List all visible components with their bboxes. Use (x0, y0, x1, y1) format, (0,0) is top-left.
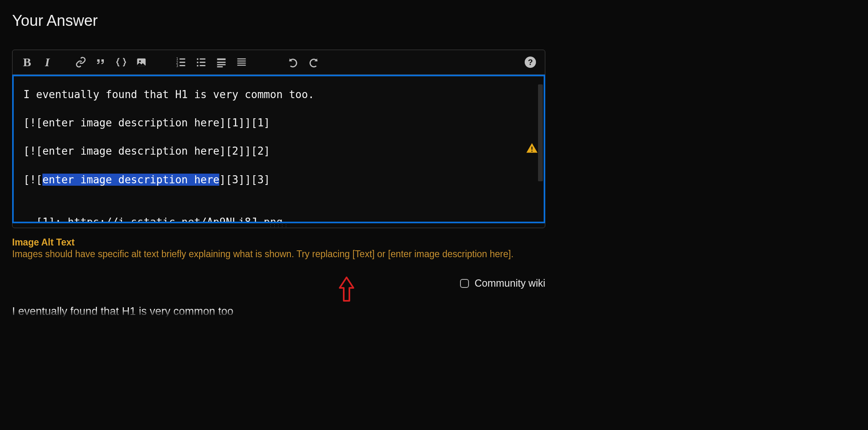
svg-text:3: 3 (176, 64, 178, 68)
editor-body-container: I eventually found that H1 is very commo… (12, 75, 545, 223)
svg-point-1 (139, 60, 141, 62)
editor-textarea[interactable]: I eventually found that H1 is very commo… (14, 76, 544, 222)
svg-rect-19 (237, 61, 246, 61)
svg-rect-6 (180, 62, 185, 63)
redo-button[interactable] (307, 56, 320, 69)
svg-rect-9 (197, 62, 199, 63)
editor-line: [![enter image description here][1]][1] (23, 117, 270, 129)
svg-rect-23 (532, 151, 533, 152)
svg-rect-11 (200, 59, 206, 60)
svg-rect-14 (217, 59, 226, 60)
link-button[interactable] (74, 56, 87, 69)
editor-line-part: ][3]][3] (219, 174, 270, 186)
svg-rect-7 (180, 65, 185, 66)
answer-editor: B I 123 (12, 50, 545, 228)
editor-toolbar: B I 123 (13, 50, 545, 75)
editor-selection: enter image description here (42, 174, 219, 186)
preview-text: I eventually found that H1 is very commo… (12, 305, 545, 318)
svg-rect-15 (217, 62, 226, 63)
editor-line-part: [![ (23, 174, 42, 186)
svg-rect-22 (532, 147, 533, 150)
svg-rect-13 (200, 65, 206, 66)
heading-button[interactable] (215, 56, 228, 69)
code-button[interactable] (115, 56, 128, 69)
quote-button[interactable] (95, 56, 107, 69)
checkbox-box (460, 279, 469, 288)
warning-icon[interactable] (526, 142, 538, 156)
image-button[interactable] (135, 56, 148, 69)
hint-title: Image Alt Text (12, 237, 545, 248)
annotation-arrow (337, 276, 356, 305)
editor-line: [![enter image description here][2]][2] (23, 145, 270, 157)
svg-rect-10 (197, 65, 199, 67)
bold-button[interactable]: B (21, 56, 34, 69)
italic-button[interactable]: I (41, 56, 54, 69)
svg-rect-5 (180, 59, 185, 60)
help-icon: ? (525, 57, 536, 68)
svg-rect-20 (237, 63, 246, 63)
scrollbar-thumb[interactable] (538, 84, 543, 181)
help-button[interactable]: ? (524, 56, 537, 69)
hint-body: Images should have specific alt text bri… (12, 249, 545, 260)
hr-button[interactable] (235, 56, 248, 69)
svg-rect-18 (237, 59, 246, 59)
unordered-list-button[interactable] (195, 56, 208, 69)
section-heading: Your Answer (12, 12, 856, 29)
resize-grippie[interactable]: : : : : : (13, 223, 545, 228)
svg-rect-17 (217, 66, 223, 67)
community-wiki-checkbox[interactable]: Community wiki (460, 277, 545, 289)
editor-line: [1]: https://i.sstatic.net/Ap9NLi8J.png (23, 216, 283, 222)
undo-button[interactable] (287, 56, 300, 69)
svg-rect-21 (237, 65, 246, 65)
svg-rect-8 (197, 59, 199, 60)
checkbox-label: Community wiki (475, 277, 545, 289)
editor-scrollbar[interactable] (538, 84, 543, 218)
ordered-list-button[interactable]: 123 (174, 56, 187, 69)
editor-line: I eventually found that H1 is very commo… (23, 88, 314, 101)
svg-rect-12 (200, 62, 206, 63)
svg-rect-16 (217, 64, 226, 65)
alt-text-hint: Image Alt Text Images should have specif… (12, 237, 545, 260)
